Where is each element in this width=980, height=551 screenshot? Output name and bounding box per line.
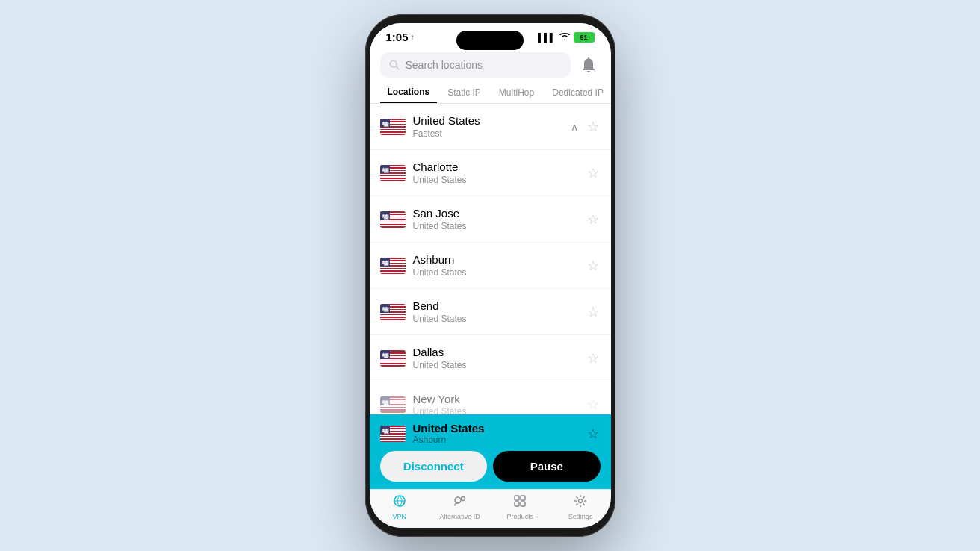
location-sub: United States	[413, 267, 578, 279]
connected-buttons: Disconnect Pause	[380, 451, 601, 482]
nav-item-settings[interactable]: Settings	[551, 494, 611, 520]
favorite-button[interactable]: ☆	[586, 396, 601, 413]
location-info: Dallas United States	[413, 345, 578, 371]
location-name: Dallas	[413, 345, 578, 360]
tab-dedicated-ip[interactable]: Dedicated IP	[545, 82, 610, 103]
location-name: Bend	[413, 299, 578, 314]
connected-bar: United States Ashburn ☆ Disconnect Pause	[370, 414, 611, 489]
favorite-button[interactable]: ☆	[586, 304, 601, 320]
phone-frame: 1:05 ↑ ▌▌▌ 91 Search locatio	[365, 14, 615, 537]
location-info: Bend United States	[413, 299, 578, 325]
svg-rect-7	[521, 496, 525, 500]
svg-rect-6	[515, 496, 519, 500]
nav-item-vpn[interactable]: VPN	[370, 494, 430, 520]
svg-rect-4	[455, 497, 461, 503]
location-sub: United States	[413, 221, 578, 233]
status-time: 1:05 ↑	[386, 31, 415, 43]
list-item[interactable]: United States Fastest ∧ ☆	[370, 104, 611, 150]
location-name: San Jose	[413, 206, 578, 221]
location-sub: United States	[413, 314, 578, 326]
nav-label-products: Products	[507, 513, 534, 520]
location-name: United States	[413, 113, 562, 128]
signal-icon: ▌▌▌	[538, 33, 555, 42]
search-icon	[389, 60, 400, 70]
us-flag-icon	[380, 119, 406, 135]
phone-screen: 1:05 ↑ ▌▌▌ 91 Search locatio	[370, 23, 611, 528]
svg-rect-9	[521, 502, 525, 506]
locations-list[interactable]: United States Fastest ∧ ☆ Charlotte Unit…	[370, 104, 611, 414]
connected-city: Ashburn	[413, 435, 578, 445]
us-flag-icon	[380, 350, 406, 367]
location-actions: ☆	[586, 211, 601, 228]
notifications-button[interactable]	[577, 53, 601, 77]
svg-point-5	[461, 497, 465, 501]
favorite-button[interactable]: ☆	[586, 119, 601, 135]
location-sub: United States	[413, 360, 578, 372]
connected-info: United States Ashburn ☆	[380, 422, 601, 445]
favorite-button[interactable]: ☆	[586, 211, 601, 228]
status-icons: ▌▌▌ 91	[538, 32, 594, 43]
bell-icon	[582, 57, 595, 72]
connected-favorite-button[interactable]: ☆	[586, 424, 601, 443]
nav-item-alternative-id[interactable]: Alternative ID	[429, 494, 490, 520]
location-name: New York	[413, 392, 578, 407]
location-info: Ashburn United States	[413, 252, 578, 278]
time-display: 1:05	[386, 31, 409, 43]
location-actions: ☆	[586, 396, 601, 413]
location-actions: ☆	[586, 258, 601, 274]
battery-icon: 91	[574, 32, 595, 43]
tabs-row: Locations Static IP MultiHop Dedicated I…	[370, 78, 611, 104]
list-item[interactable]: Charlotte United States ☆	[370, 150, 611, 196]
us-flag-connected-icon	[380, 426, 406, 442]
location-info: United States Fastest	[413, 113, 562, 140]
nav-item-products[interactable]: Products	[490, 494, 551, 520]
favorite-button[interactable]: ☆	[586, 165, 601, 181]
settings-icon	[574, 494, 587, 511]
favorite-button[interactable]: ☆	[586, 350, 601, 367]
search-placeholder: Search locations	[406, 59, 483, 71]
list-item[interactable]: San Jose United States ☆	[370, 196, 611, 243]
nav-label-vpn: VPN	[393, 513, 407, 520]
svg-line-1	[396, 66, 399, 69]
tab-static-ip[interactable]: Static IP	[440, 82, 489, 103]
search-area: Search locations	[370, 46, 611, 78]
products-icon	[513, 494, 527, 511]
list-item[interactable]: Dallas United States ☆	[370, 335, 611, 382]
alternative-id-icon	[453, 494, 467, 511]
search-box[interactable]: Search locations	[380, 52, 571, 78]
vpn-icon	[393, 494, 406, 511]
location-name: Ashburn	[413, 252, 578, 267]
favorite-button[interactable]: ☆	[586, 258, 601, 274]
status-bar: 1:05 ↑ ▌▌▌ 91	[370, 23, 611, 46]
us-flag-icon	[380, 258, 406, 274]
us-flag-icon	[380, 165, 406, 181]
nav-label-alternative-id: Alternative ID	[440, 513, 480, 520]
dynamic-island	[456, 31, 524, 50]
svg-point-10	[579, 499, 583, 503]
nav-label-settings: Settings	[568, 513, 593, 520]
location-actions: ∧ ☆	[569, 119, 601, 135]
svg-rect-8	[515, 502, 519, 506]
disconnect-button[interactable]: Disconnect	[380, 451, 488, 482]
location-info: Charlotte United States	[413, 160, 578, 186]
us-flag-icon	[380, 304, 406, 320]
location-sub: United States	[413, 175, 578, 187]
wifi-icon	[559, 32, 570, 43]
list-item[interactable]: Ashburn United States ☆	[370, 243, 611, 289]
chevron-up-button[interactable]: ∧	[569, 119, 580, 134]
battery-level: 91	[580, 34, 587, 41]
location-name: Charlotte	[413, 160, 578, 175]
location-arrow-icon: ↑	[411, 33, 415, 41]
connected-country: United States	[413, 422, 578, 435]
location-info: New York United States	[413, 392, 578, 414]
list-item[interactable]: New York United States ☆	[370, 382, 611, 414]
bottom-nav: VPN Alternative ID	[370, 489, 611, 528]
pause-button[interactable]: Pause	[493, 451, 601, 482]
location-sub: United States	[413, 406, 578, 414]
connected-text: United States Ashburn	[413, 422, 578, 445]
tab-locations[interactable]: Locations	[380, 82, 438, 103]
location-actions: ☆	[586, 350, 601, 367]
us-flag-icon	[380, 211, 406, 228]
list-item[interactable]: Bend United States ☆	[370, 289, 611, 335]
tab-multihop[interactable]: MultiHop	[491, 82, 542, 103]
